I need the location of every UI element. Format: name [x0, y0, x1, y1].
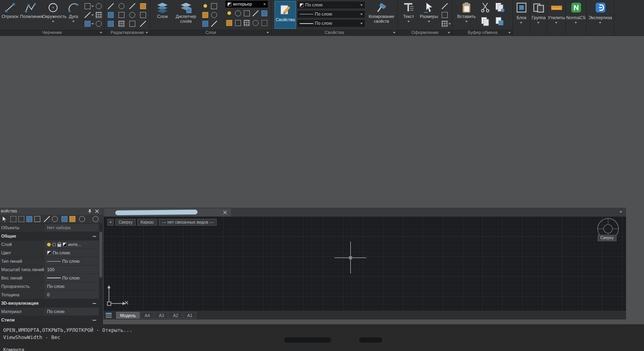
cycle-selection-icon[interactable] — [52, 216, 58, 222]
rectangle-dropdown-caret[interactable] — [91, 6, 94, 7]
spline-dropdown-caret[interactable] — [91, 14, 94, 16]
explode-icon[interactable] — [140, 21, 146, 27]
ribbon-group-group[interactable]: Группа — [530, 0, 547, 36]
rotate-icon[interactable] — [119, 3, 124, 9]
ribbon-group-expertise[interactable]: Экспертиза — [587, 0, 614, 36]
select-similar-icon[interactable] — [34, 216, 40, 222]
thickness-row-value[interactable]: 0 — [45, 291, 103, 299]
arc-button[interactable]: Дуга — [65, 1, 82, 24]
copy-clip-button[interactable] — [494, 2, 505, 13]
point-icon[interactable] — [96, 21, 102, 27]
general-collapse-icon[interactable] — [93, 236, 96, 237]
lineweight-combo[interactable]: По слою — [298, 20, 365, 27]
layout-list-icon[interactable] — [105, 312, 112, 318]
layout-tab-a4[interactable]: А4 — [140, 312, 154, 319]
ribbon-group-block[interactable]: Блок — [513, 0, 530, 36]
layers-caption-caret[interactable] — [267, 32, 269, 34]
layer-bulb-icon[interactable] — [47, 243, 51, 246]
block-caret[interactable] — [520, 22, 522, 24]
clipboard-caption-caret[interactable] — [508, 32, 511, 34]
layout-tab-a3[interactable]: А3 — [155, 312, 168, 319]
linetype-combo[interactable]: По слою — [298, 11, 365, 18]
utilities-caret[interactable] — [555, 22, 557, 24]
deselect-icon[interactable] — [44, 216, 50, 222]
wipeout-icon[interactable] — [442, 12, 448, 18]
layer-visibility-icon[interactable] — [226, 10, 232, 16]
dimensions-button[interactable]: Размеры — [419, 1, 439, 24]
circle-dropdown-caret[interactable] — [52, 21, 54, 22]
paste-dropdown-caret[interactable] — [465, 21, 468, 22]
hatch-icon[interactable] — [96, 12, 102, 18]
layer-freeze-vp-icon[interactable] — [226, 20, 232, 26]
region-dropdown-caret[interactable] — [91, 23, 94, 25]
layer-plot-icon[interactable] — [235, 20, 241, 26]
fillet-icon[interactable] — [129, 12, 135, 18]
palette-scrollbar-thumb[interactable] — [99, 232, 102, 278]
layer-select-combo[interactable]: интерьер — [225, 1, 268, 8]
color-combo-caret[interactable] — [360, 4, 363, 6]
styles-section-header[interactable]: Стили — [0, 316, 103, 324]
viewport-style-button[interactable]: Каркас — [137, 219, 157, 226]
select-cursor-icon[interactable] — [2, 216, 8, 222]
pin-icon[interactable] — [87, 209, 92, 214]
text-dropdown-caret[interactable] — [407, 21, 410, 22]
drafting-caption-caret[interactable] — [100, 32, 102, 34]
highlight-icon[interactable] — [61, 216, 67, 222]
objects-value[interactable]: Нет набора — [45, 224, 103, 232]
mirror-icon[interactable] — [119, 12, 124, 18]
ltscale-row-value[interactable]: 100 — [45, 266, 103, 274]
polyline-button[interactable]: Полилиния — [20, 1, 41, 19]
normacs-caret[interactable] — [575, 22, 577, 24]
properties-caption-caret[interactable] — [393, 32, 395, 34]
tab-close-icon[interactable] — [223, 210, 227, 214]
select-crossing-icon[interactable] — [18, 216, 24, 222]
drafting-caption[interactable]: Черчение — [0, 30, 104, 36]
leader-icon[interactable] — [442, 3, 448, 9]
transparency-row-value[interactable]: По слою — [45, 282, 103, 290]
expertise-caret[interactable] — [599, 22, 601, 24]
viewport-plus-button[interactable]: + — [107, 219, 114, 226]
quick-select-icon[interactable] — [26, 216, 32, 222]
styles-collapse-icon[interactable] — [93, 320, 96, 321]
scale-icon[interactable] — [140, 12, 146, 18]
paste-button[interactable]: Вставить — [456, 1, 476, 24]
layer-states-icon[interactable] — [244, 20, 250, 26]
linetype-row-value[interactable]: По слою — [45, 257, 103, 265]
table-dropdown-caret[interactable] — [448, 23, 451, 25]
layer-lock-state-icon[interactable] — [57, 244, 61, 247]
layer-freeze-icon[interactable] — [211, 3, 217, 9]
lineweight-combo-caret[interactable] — [360, 23, 363, 24]
color-row-value[interactable]: По слою — [45, 249, 103, 257]
editing-caption[interactable]: Редактирование — [105, 30, 150, 36]
annotation-caption[interactable]: Оформление — [398, 30, 452, 36]
viz-section-header[interactable]: 3D-визуализация — [0, 299, 103, 307]
ellipse-icon[interactable] — [96, 3, 102, 9]
help-icon[interactable] — [93, 216, 99, 222]
layer-sun-icon[interactable] — [235, 10, 241, 16]
layer-linetype-icon[interactable] — [253, 10, 259, 16]
region-icon[interactable] — [85, 21, 91, 27]
properties-caption[interactable]: Свойства — [271, 30, 397, 36]
palette-scrollbar[interactable] — [99, 224, 103, 324]
cut-button[interactable] — [480, 2, 491, 13]
offset-icon[interactable] — [129, 21, 135, 27]
palette-close-icon[interactable] — [95, 209, 99, 214]
layers-button[interactable]: Слои — [154, 1, 171, 19]
linetype-combo-caret[interactable] — [360, 14, 363, 15]
ribbon-group-normacs[interactable]: NormaCS — [566, 0, 587, 36]
viewcube-view-label[interactable]: Сверху — [598, 235, 616, 241]
calc-icon[interactable] — [79, 216, 85, 222]
layout-tab-a1[interactable]: А1 — [183, 312, 196, 319]
trim-icon[interactable] — [129, 3, 135, 9]
ribbon-group-utils[interactable]: Утилиты — [547, 0, 566, 36]
layer-isolate-icon[interactable] — [211, 12, 217, 18]
viz-collapse-icon[interactable] — [93, 303, 96, 304]
line-button[interactable]: Отрезок — [1, 1, 19, 19]
clipboard-caption[interactable]: Буфер обмена — [452, 30, 513, 36]
layer-combo-caret[interactable] — [263, 4, 266, 5]
arc-dropdown-caret[interactable] — [72, 21, 75, 22]
annotation-caption-caret[interactable] — [448, 32, 450, 34]
layer-filter-icon[interactable] — [261, 20, 267, 26]
dimensions-dropdown-caret[interactable] — [428, 21, 430, 22]
general-section-header[interactable]: Общие — [0, 232, 103, 240]
